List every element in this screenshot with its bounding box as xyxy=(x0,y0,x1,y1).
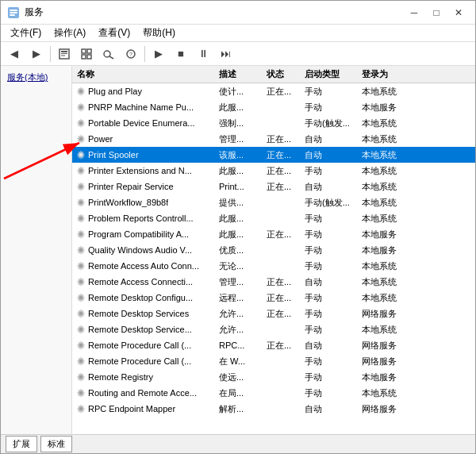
tab-standard[interactable]: 标准 xyxy=(40,436,72,452)
gear-icon xyxy=(75,229,86,240)
toolbar-btn-1[interactable] xyxy=(54,44,75,63)
gear-icon xyxy=(75,276,86,287)
svg-rect-6 xyxy=(61,53,67,54)
col-header-desc[interactable]: 描述 xyxy=(219,68,267,80)
window-title: 服务 xyxy=(25,6,44,19)
gear-icon xyxy=(75,86,86,97)
svg-rect-7 xyxy=(61,55,65,56)
svg-line-13 xyxy=(109,56,113,59)
table-row[interactable]: Printer Extensions and N... 此服... 正在... … xyxy=(72,163,475,179)
gear-icon xyxy=(75,102,86,113)
gear-icon xyxy=(75,292,86,303)
toolbar-btn-3[interactable] xyxy=(98,44,119,63)
gear-icon xyxy=(75,356,86,367)
menu-view[interactable]: 查看(V) xyxy=(92,25,136,41)
svg-point-12 xyxy=(104,51,110,57)
gear-icon xyxy=(75,165,86,176)
main-content: 服务(本地) 名称 描述 状态 启动类型 登录为 xyxy=(1,66,475,434)
table-row[interactable]: Remote Procedure Call (... 在 W... 手动 网络服… xyxy=(72,353,475,369)
table-header: 名称 描述 状态 启动类型 登录为 xyxy=(72,66,475,83)
table-row[interactable]: Power 管理... 正在... 自动 本地系统 xyxy=(72,131,475,147)
forward-button[interactable]: ▶ xyxy=(26,44,47,63)
svg-text:?: ? xyxy=(129,52,132,57)
play-button[interactable]: ▶ xyxy=(148,44,169,63)
toolbar-sep-1 xyxy=(50,46,51,62)
title-bar-left: 服务 xyxy=(7,6,44,19)
table-area: 名称 描述 状态 启动类型 登录为 Plug and Play 使计... 正在… xyxy=(72,66,475,434)
sidebar: 服务(本地) xyxy=(1,66,72,434)
gear-icon xyxy=(75,324,86,335)
table-row[interactable]: Program Compatibility A... 此服... 正在... 手… xyxy=(72,226,475,242)
maximize-button[interactable]: □ xyxy=(426,4,447,21)
table-row[interactable]: Print Spooler 该服... 正在... 自动 本地系统 xyxy=(72,147,475,163)
table-row[interactable]: Remote Registry 使远... 手动 本地服务 xyxy=(72,369,475,385)
toolbar-btn-4[interactable]: ? xyxy=(121,44,141,63)
gear-icon xyxy=(75,133,86,144)
table-row[interactable]: Remote Procedure Call (... RPC... 正在... … xyxy=(72,337,475,353)
gear-icon xyxy=(75,308,86,319)
menu-action[interactable]: 操作(A) xyxy=(48,25,92,41)
table-row[interactable]: Portable Device Enumera... 强制... 手动(触发..… xyxy=(72,115,475,131)
svg-rect-10 xyxy=(82,55,86,59)
menu-file[interactable]: 文件(F) xyxy=(4,25,48,41)
pause-button[interactable]: ⏸ xyxy=(193,44,213,63)
menu-help[interactable]: 帮助(H) xyxy=(136,25,182,41)
toolbar-sep-2 xyxy=(144,46,145,62)
gear-icon xyxy=(75,387,86,398)
table-row[interactable]: Problem Reports Controll... 此服... 手动 本地系… xyxy=(72,210,475,226)
window-controls: ─ □ ✕ xyxy=(404,4,469,21)
table-row[interactable]: Remote Desktop Services 允许... 正在... 手动 网… xyxy=(72,306,475,321)
table-row[interactable]: Printer Repair Service Print... 正在... 自动… xyxy=(72,179,475,194)
table-row[interactable]: Plug and Play 使计... 正在... 手动 本地系统 xyxy=(72,83,475,99)
col-header-name[interactable]: 名称 xyxy=(72,68,219,80)
svg-rect-1 xyxy=(10,10,17,11)
title-bar: 服务 ─ □ ✕ xyxy=(1,1,475,25)
table-row[interactable]: PrintWorkflow_89b8f 提供... 手动(触发... 本地系统 xyxy=(72,194,475,210)
toolbar: ◀ ▶ ? ▶ ■ ⏸ ⏭ xyxy=(1,42,475,66)
menu-bar: 文件(F) 操作(A) 查看(V) 帮助(H) xyxy=(1,25,475,42)
table-row[interactable]: RPC Endpoint Mapper 解析... 自动 网络服务 xyxy=(72,401,475,417)
main-window: 服务 ─ □ ✕ 文件(F) 操作(A) 查看(V) 帮助(H) ◀ ▶ xyxy=(0,0,476,454)
gear-icon xyxy=(75,340,86,351)
app-icon xyxy=(7,6,20,19)
col-header-startup[interactable]: 启动类型 xyxy=(305,68,362,80)
restart-button[interactable]: ⏭ xyxy=(215,44,236,63)
gear-icon xyxy=(75,181,86,192)
col-header-status[interactable]: 状态 xyxy=(267,68,305,80)
gear-icon xyxy=(75,244,86,256)
gear-icon xyxy=(75,371,86,383)
table-body: Plug and Play 使计... 正在... 手动 本地系统 PNRP M… xyxy=(72,83,475,434)
col-header-login[interactable]: 登录为 xyxy=(362,68,425,80)
gear-icon xyxy=(75,213,86,224)
table-row[interactable]: Remote Desktop Configu... 远程... 正在... 手动… xyxy=(72,290,475,306)
table-row[interactable]: Remote Desktop Service... 允许... 手动 本地系统 xyxy=(72,321,475,337)
tab-expand[interactable]: 扩展 xyxy=(6,436,37,452)
gear-icon xyxy=(75,197,86,208)
gear-icon xyxy=(75,149,86,160)
svg-rect-3 xyxy=(10,14,15,16)
sidebar-services-local[interactable]: 服务(本地) xyxy=(4,69,68,86)
gear-icon xyxy=(75,403,86,414)
gear-icon xyxy=(75,117,86,129)
table-row[interactable]: Routing and Remote Acce... 在局... 手动 本地系统 xyxy=(72,385,475,401)
svg-rect-5 xyxy=(61,51,67,52)
table-row[interactable]: Remote Access Connecti... 管理... 正在... 自动… xyxy=(72,274,475,290)
svg-rect-9 xyxy=(87,49,91,53)
table-row[interactable]: PNRP Machine Name Pu... 此服... 手动 本地服务 xyxy=(72,99,475,115)
close-button[interactable]: ✕ xyxy=(448,4,469,21)
svg-rect-2 xyxy=(10,12,17,13)
table-row[interactable]: Remote Access Auto Conn... 无论... 手动 本地系统 xyxy=(72,258,475,274)
minimize-button[interactable]: ─ xyxy=(404,4,424,21)
back-button[interactable]: ◀ xyxy=(4,44,25,63)
svg-rect-8 xyxy=(82,49,86,53)
status-bar: 扩展 标准 xyxy=(1,434,475,453)
stop-button[interactable]: ■ xyxy=(171,44,191,63)
svg-rect-11 xyxy=(87,55,91,59)
table-row[interactable]: Quality Windows Audio V... 优质... 手动 本地服务 xyxy=(72,242,475,258)
gear-icon xyxy=(75,260,86,271)
toolbar-btn-2[interactable] xyxy=(76,44,97,63)
